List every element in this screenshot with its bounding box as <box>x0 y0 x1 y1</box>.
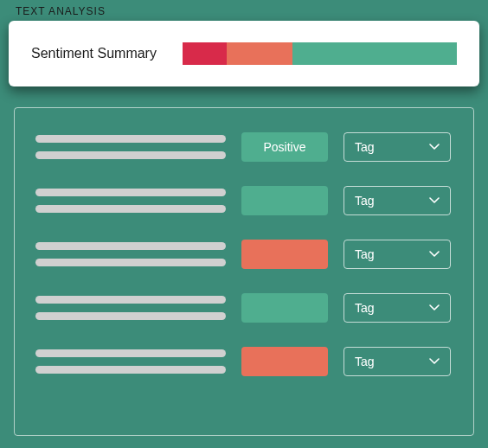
chevron-down-icon <box>429 303 440 313</box>
result-row: Positive Tag <box>35 132 453 162</box>
tag-dropdown[interactable]: Tag <box>344 186 451 215</box>
summary-bar <box>183 42 457 65</box>
tag-dropdown-label: Tag <box>355 140 375 154</box>
sentiment-badge <box>241 240 328 269</box>
text-preview <box>35 189 226 213</box>
text-line <box>35 259 226 266</box>
text-line <box>35 135 226 143</box>
text-line <box>35 151 226 159</box>
section-header: TEXT ANALYSIS <box>16 5 106 17</box>
text-preview <box>35 135 226 159</box>
text-line <box>35 242 226 250</box>
result-row: Tag <box>35 186 453 215</box>
summary-segment-negative <box>183 42 227 65</box>
tag-dropdown[interactable]: Tag <box>344 132 451 162</box>
text-line <box>35 296 226 304</box>
text-line <box>35 312 226 320</box>
chevron-down-icon <box>429 195 440 206</box>
text-line <box>35 366 226 374</box>
text-line <box>35 189 226 196</box>
sentiment-badge <box>241 293 328 323</box>
sentiment-summary-card: Sentiment Summary <box>9 21 479 86</box>
tag-dropdown-label: Tag <box>355 247 375 261</box>
tag-dropdown-label: Tag <box>355 194 375 208</box>
chevron-down-icon <box>429 249 440 259</box>
chevron-down-icon <box>429 356 440 367</box>
text-preview <box>35 296 226 320</box>
result-row: Tag <box>35 293 453 323</box>
summary-segment-positive <box>292 42 457 65</box>
text-line <box>35 349 226 357</box>
tag-dropdown-label: Tag <box>355 355 375 368</box>
sentiment-badge <box>241 186 328 215</box>
tag-dropdown[interactable]: Tag <box>344 240 451 269</box>
result-row: Tag <box>35 240 453 269</box>
results-panel: Positive Tag Tag Tag <box>14 107 474 436</box>
summary-segment-neutral <box>227 42 292 65</box>
sentiment-badge <box>241 347 328 376</box>
result-row: Tag <box>35 347 453 376</box>
summary-title: Sentiment Summary <box>31 46 157 61</box>
tag-dropdown[interactable]: Tag <box>344 293 451 323</box>
text-preview <box>35 349 226 374</box>
tag-dropdown[interactable]: Tag <box>344 347 451 376</box>
tag-dropdown-label: Tag <box>355 301 375 315</box>
sentiment-badge: Positive <box>241 132 328 162</box>
text-preview <box>35 242 226 266</box>
chevron-down-icon <box>429 142 440 152</box>
text-line <box>35 205 226 213</box>
